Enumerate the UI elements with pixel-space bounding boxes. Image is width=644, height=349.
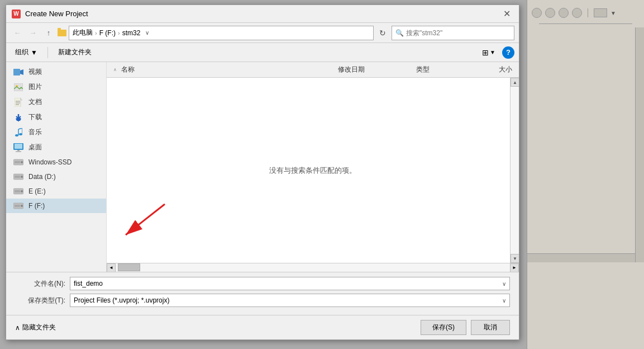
filename-input[interactable]: fist_demo ∨ [70, 277, 510, 290]
circle-btn-1[interactable] [532, 8, 542, 18]
breadcrumb-folder: stm32 [122, 29, 141, 37]
help-button[interactable]: ? [502, 46, 514, 59]
svg-rect-4 [15, 98, 21, 107]
sidebar-label-desktop: 桌面 [28, 143, 42, 152]
filetype-input[interactable]: Project Files (*.uvproj; *.uvprojx) ∨ [70, 294, 510, 307]
sidebar-item-f[interactable]: F (F:) [6, 199, 106, 213]
dropdown-indicator: ▼ [610, 10, 616, 16]
address-bar: ← → ↑ 此电脑 › F (F:) › stm32 ∨ ↻ 🔍 [6, 23, 519, 43]
toolbar: 组织 ▼ 新建文件夹 ⊞ ▼ ? [6, 43, 519, 62]
scroll-left-arrow[interactable]: ◄ [107, 263, 116, 272]
filetype-label: 保存类型(T): [15, 296, 65, 305]
svg-rect-0 [13, 69, 20, 76]
right-panel-divider [539, 23, 632, 24]
col-date-header[interactable]: 修改日期 [336, 65, 414, 74]
sidebar-item-e[interactable]: E (E:) [6, 184, 106, 199]
scroll-right-arrow[interactable]: ► [510, 263, 519, 272]
sidebar: 视频 图片 文档 下载 [6, 62, 107, 272]
svg-marker-1 [20, 69, 23, 75]
close-button[interactable]: ✕ [500, 7, 513, 21]
svg-rect-21 [16, 151, 21, 152]
sidebar-label-windows-ssd: Windows-SSD [28, 158, 71, 166]
folder-icon [58, 30, 66, 36]
sidebar-item-desktop[interactable]: 桌面 [6, 140, 106, 155]
right-panel-toolbar: ▼ [527, 6, 644, 20]
scroll-down-arrow[interactable]: ▼ [511, 254, 519, 263]
circle-btn-2[interactable] [545, 8, 555, 18]
horizontal-scrollbar[interactable]: ◄ ► [107, 263, 519, 272]
search-bar[interactable]: 🔍 [392, 26, 514, 40]
new-folder-button[interactable]: 新建文件夹 [54, 46, 96, 59]
up-button[interactable]: ↑ [42, 26, 55, 40]
vertical-scrollbar[interactable]: ▲ ▼ [510, 78, 519, 263]
sidebar-item-download[interactable]: 下载 [6, 110, 106, 125]
col-name-header[interactable]: 名称 [119, 65, 336, 74]
data-d-icon [13, 172, 24, 181]
scroll-track-h[interactable] [116, 263, 510, 272]
right-scrollbar[interactable] [635, 27, 644, 262]
organize-label: 组织 [15, 48, 28, 57]
breadcrumb-bar[interactable]: 此电脑 › F (F:) › stm32 ∨ [69, 26, 374, 40]
back-button[interactable]: ← [11, 26, 24, 40]
create-project-dialog: W Create New Project ✕ ← → ↑ 此电脑 › F (F:… [6, 4, 519, 340]
filetype-row: 保存类型(T): Project Files (*.uvproj; *.uvpr… [15, 294, 510, 307]
breadcrumb-sep2: › [118, 30, 120, 36]
file-list-wrapper: 没有与搜索条件匹配的项。 ▲ ▼ ◄ ► [107, 78, 519, 272]
circle-btn-4[interactable] [572, 8, 582, 18]
filename-label: 文件名(N): [15, 279, 65, 289]
sidebar-item-video[interactable]: 视频 [6, 64, 106, 79]
dialog-title: Create New Project [25, 10, 88, 18]
breadcrumb-sep1: › [95, 30, 97, 36]
svg-rect-33 [15, 205, 20, 207]
titlebar-left: W Create New Project [12, 10, 88, 18]
file-list-area: ∧ 名称 修改日期 类型 大小 没有与搜索条件匹配的项。 ▲ ▼ [107, 62, 519, 272]
sidebar-item-windows-ssd[interactable]: Windows-SSD [6, 155, 106, 169]
action-row: ∧ 隐藏文件夹 保存(S) 取消 [6, 315, 519, 339]
download-icon [13, 113, 24, 122]
cancel-button[interactable]: 取消 [471, 320, 510, 335]
breadcrumb-dropdown-btn[interactable]: ∨ [142, 26, 151, 40]
dialog-titlebar: W Create New Project ✕ [6, 5, 519, 23]
view-icon: ⊞ [482, 48, 489, 57]
search-input[interactable] [406, 29, 511, 37]
svg-point-29 [21, 190, 23, 192]
svg-point-14 [19, 133, 22, 135]
circle-btn-3[interactable] [559, 8, 569, 18]
right-panel: ▼ [527, 0, 644, 349]
filename-dropdown-arrow: ∨ [502, 281, 506, 287]
forward-button[interactable]: → [26, 26, 40, 40]
sidebar-item-data-d[interactable]: Data (D:) [6, 169, 106, 184]
col-size-header[interactable]: 大小 [470, 65, 514, 74]
sidebar-label-image: 图片 [28, 82, 42, 92]
organize-button[interactable]: 组织 ▼ [11, 46, 42, 59]
col-type-header[interactable]: 类型 [414, 65, 470, 74]
view-button[interactable]: ⊞ ▼ [479, 46, 499, 59]
scroll-track-v[interactable] [511, 87, 519, 254]
save-button[interactable]: 保存(S) [421, 320, 466, 335]
sidebar-label-music: 音乐 [28, 128, 42, 137]
content-area: 视频 图片 文档 下载 [6, 62, 519, 272]
view-arrow: ▼ [490, 49, 495, 55]
sidebar-item-image[interactable]: 图片 [6, 79, 106, 95]
svg-rect-24 [15, 161, 20, 163]
bottom-fields: 文件名(N): fist_demo ∨ 保存类型(T): Project Fil… [6, 272, 519, 315]
filename-value: fist_demo [74, 280, 103, 287]
new-folder-label: 新建文件夹 [58, 48, 92, 57]
file-list-content: 没有与搜索条件匹配的项。 ▲ ▼ [107, 78, 519, 263]
breadcrumb-computer: 此电脑 [73, 28, 93, 37]
svg-point-32 [21, 205, 23, 207]
toolbar-separator [47, 47, 48, 58]
sidebar-item-doc[interactable]: 文档 [6, 95, 106, 110]
scroll-thumb-h[interactable] [118, 263, 140, 271]
doc-icon [13, 98, 24, 107]
bottom-scrollbar[interactable] [527, 253, 635, 262]
svg-rect-19 [15, 144, 22, 149]
view-toggle[interactable] [594, 8, 607, 17]
sidebar-item-music[interactable]: 音乐 [6, 125, 106, 140]
hide-folders-label: 隐藏文件夹 [22, 323, 56, 332]
refresh-button[interactable]: ↻ [376, 26, 389, 40]
hide-folders-button[interactable]: ∧ 隐藏文件夹 [15, 323, 56, 332]
right-panel-content [527, 27, 644, 262]
scroll-up-arrow[interactable]: ▲ [511, 78, 519, 87]
video-icon [13, 68, 24, 77]
